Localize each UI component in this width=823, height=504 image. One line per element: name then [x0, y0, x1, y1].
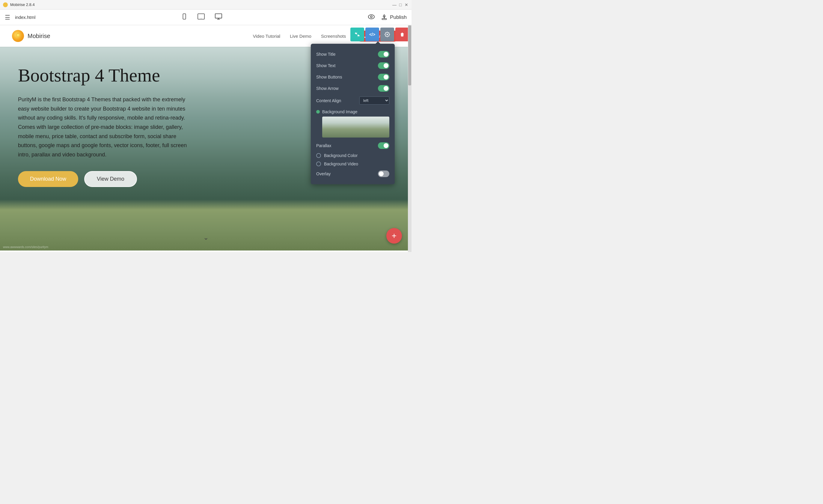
block-delete-button[interactable] — [395, 28, 409, 41]
add-block-fab[interactable]: + — [386, 228, 402, 243]
preview-button[interactable] — [368, 13, 375, 21]
svg-rect-0 — [183, 14, 185, 19]
background-color-label: Background Color — [324, 153, 357, 158]
svg-point-12 — [387, 34, 388, 35]
publish-label: Publish — [390, 14, 407, 20]
bg-image-text: Background Image — [322, 109, 357, 114]
app-icon — [3, 2, 8, 7]
desktop-view-button[interactable] — [214, 13, 222, 21]
device-switcher — [181, 13, 222, 21]
menu-button[interactable]: ☰ — [5, 14, 10, 21]
hero-title: Bootstrap 4 Theme — [18, 65, 192, 86]
nav-link-live-demo[interactable]: Live Demo — [290, 33, 311, 39]
content-align-select[interactable]: left center right — [359, 97, 389, 105]
minimize-button[interactable]: — — [392, 3, 396, 7]
hero-buttons: Download Now View Demo — [18, 171, 192, 187]
logo-icon — [12, 30, 24, 42]
show-text-toggle[interactable] — [378, 62, 389, 69]
background-video-radio[interactable] — [316, 162, 321, 166]
nav-link-video-tutorial[interactable]: Video Tutorial — [253, 33, 280, 39]
maximize-button[interactable]: □ — [398, 3, 402, 7]
show-arrow-row: Show Arrow — [311, 83, 395, 94]
settings-panel: Show Title Show Text Show Buttons — [311, 44, 395, 184]
show-arrow-label: Show Arrow — [316, 86, 339, 91]
content-align-row: Content Align left center right — [311, 94, 395, 107]
bg-image-indicator — [316, 110, 320, 114]
view-demo-button[interactable]: View Demo — [84, 171, 137, 187]
mobile-view-button[interactable] — [181, 13, 188, 21]
hero-content: Bootstrap 4 Theme PurityM is the first B… — [0, 47, 210, 202]
titlebar: Mobirise 2.8.4 — □ ✕ — [0, 0, 412, 10]
watermark: www.awwwards.com/sites/puritym — [3, 245, 48, 249]
site-logo: Mobirise — [12, 30, 50, 42]
overlay-row: Overlay — [311, 168, 395, 179]
show-buttons-row: Show Buttons — [311, 71, 395, 83]
overlay-toggle[interactable] — [378, 170, 389, 177]
file-name: index.html — [15, 15, 35, 20]
background-color-radio[interactable] — [316, 153, 321, 158]
bg-image-label: Background Image — [316, 109, 389, 114]
scrollbar[interactable] — [408, 25, 412, 252]
preview-area: Mobirise Video Tutorial Live Demo Screen… — [0, 25, 412, 252]
svg-rect-9 — [382, 18, 387, 19]
show-buttons-toggle[interactable] — [378, 74, 389, 80]
background-color-row: Background Color — [311, 151, 395, 160]
code-icon: </> — [369, 32, 375, 37]
bg-image-thumbnail[interactable] — [322, 117, 389, 138]
svg-point-8 — [370, 16, 372, 18]
window-controls: — □ ✕ — [392, 3, 408, 7]
show-title-row: Show Title — [311, 48, 395, 60]
overlay-label: Overlay — [316, 171, 331, 176]
parallax-label: Parallax — [316, 143, 331, 148]
download-now-button[interactable]: Download Now — [18, 171, 78, 187]
block-toolbar: </> — [350, 28, 409, 41]
close-button[interactable]: ✕ — [404, 3, 408, 7]
site-logo-text: Mobirise — [28, 33, 50, 39]
titlebar-left: Mobirise 2.8.4 — [3, 2, 35, 7]
app-header: ☰ index.html Publish — [0, 10, 412, 25]
app-header-right: Publish — [368, 13, 407, 21]
show-buttons-label: Show Buttons — [316, 74, 342, 79]
publish-button[interactable]: Publish — [381, 14, 407, 21]
parallax-row: Parallax — [311, 140, 395, 151]
tablet-view-button[interactable] — [197, 13, 205, 21]
background-video-label: Background Video — [324, 162, 358, 166]
block-move-button[interactable] — [350, 28, 364, 41]
content-align-label: Content Align — [316, 98, 341, 103]
block-settings-button[interactable] — [380, 28, 394, 41]
show-title-toggle[interactable] — [378, 51, 389, 57]
show-arrow-toggle[interactable] — [378, 85, 389, 92]
background-video-row: Background Video — [311, 160, 395, 168]
svg-rect-4 — [215, 14, 222, 18]
background-image-row: Background Image — [311, 107, 395, 140]
scroll-arrow[interactable]: ⌄ — [203, 234, 209, 241]
hero-text: PurityM is the first Bootstrap 4 Themes … — [18, 95, 192, 159]
show-text-label: Show Text — [316, 63, 335, 68]
app-title: Mobirise 2.8.4 — [10, 2, 35, 7]
app-header-left: ☰ index.html — [5, 14, 35, 21]
block-code-button[interactable]: </> — [365, 28, 379, 41]
show-text-row: Show Text — [311, 60, 395, 71]
show-title-label: Show Title — [316, 52, 336, 57]
scrollbar-thumb — [408, 25, 411, 86]
svg-point-11 — [17, 34, 19, 36]
svg-point-7 — [368, 15, 374, 19]
nav-link-screenshots[interactable]: Screenshots — [321, 33, 346, 39]
parallax-toggle[interactable] — [378, 142, 389, 149]
